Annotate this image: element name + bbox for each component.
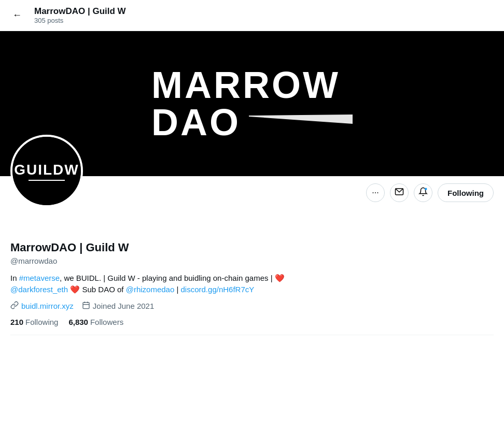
bio-heart2: ❤️ <box>68 285 80 294</box>
banner-line2: DAO <box>151 104 241 141</box>
back-button[interactable]: ← <box>8 7 26 24</box>
svg-rect-4 <box>83 303 89 309</box>
bio: In #metaverse, we BUIDL. | Guild W - pla… <box>10 273 363 296</box>
banner-line1: MARROW <box>151 66 340 104</box>
avatar: GuildW <box>10 135 83 207</box>
page-title: MarrowDAO | Guild W <box>34 6 126 17</box>
bio-link-rhizome[interactable]: @rhizomedao <box>126 285 175 294</box>
bio-mid: , we BUIDL. | Guild W - playing and buid… <box>60 274 275 282</box>
joined-text: Joined June 2021 <box>93 302 154 310</box>
bio-pipe: | <box>174 285 180 294</box>
bio-heart1: ❤️ <box>275 274 285 282</box>
notify-button[interactable] <box>414 183 432 202</box>
avatar-underline <box>29 180 65 181</box>
joined-meta: Joined June 2021 <box>82 301 154 311</box>
avatar-text: GuildW <box>14 162 79 178</box>
banner-slash-icon <box>249 115 353 124</box>
following-button[interactable]: Following <box>438 183 494 202</box>
profile-section: GuildW ··· <box>0 176 504 209</box>
display-name: MarrowDAO | Guild W <box>10 240 494 255</box>
followers-count: 6,830 <box>68 318 88 326</box>
profile-info: MarrowDAO | Guild W @marrowdao In #metav… <box>0 209 504 335</box>
website-link[interactable]: buidl.mirror.xyz <box>21 302 74 310</box>
username: @marrowdao <box>10 256 494 265</box>
post-count: 305 posts <box>34 17 126 24</box>
following-stat: 210 Following <box>10 318 58 326</box>
avatar-inner: GuildW <box>12 137 81 205</box>
back-icon: ← <box>12 10 22 21</box>
following-count: 210 <box>10 318 23 326</box>
notify-icon <box>418 187 428 198</box>
message-button[interactable] <box>390 183 409 202</box>
more-icon: ··· <box>372 188 379 197</box>
bio-link-darkforest[interactable]: @darkforest_eth <box>10 285 68 294</box>
bio-discord-link[interactable]: discord.gg/nH6fR7cY <box>181 285 255 294</box>
stats-row: 210 Following 6,830 Followers <box>10 318 494 326</box>
top-nav: ← MarrowDAO | Guild W 305 posts <box>0 0 504 31</box>
bio-hashtag-metaverse[interactable]: #metaverse <box>19 274 60 282</box>
website-meta: buidl.mirror.xyz <box>10 301 74 311</box>
message-icon <box>395 187 404 198</box>
link-icon <box>10 301 19 311</box>
banner-logo: MARROW DAO <box>151 66 353 141</box>
more-button[interactable]: ··· <box>366 183 385 202</box>
followers-stat: 6,830 Followers <box>68 318 123 326</box>
following-label: Following <box>25 318 58 326</box>
followers-label: Followers <box>90 318 123 326</box>
profile-divider <box>10 335 494 335</box>
avatar-wrapper: GuildW <box>10 135 83 207</box>
svg-point-3 <box>425 188 427 191</box>
nav-title-block: MarrowDAO | Guild W 305 posts <box>34 6 126 24</box>
bio-subdao: Sub DAO of <box>80 285 125 294</box>
meta-row: buidl.mirror.xyz Joined June 2021 <box>10 301 494 311</box>
bio-intro: In <box>10 274 19 282</box>
calendar-icon <box>82 301 90 311</box>
banner-line2-row: DAO <box>151 104 353 141</box>
svg-marker-0 <box>249 115 353 124</box>
